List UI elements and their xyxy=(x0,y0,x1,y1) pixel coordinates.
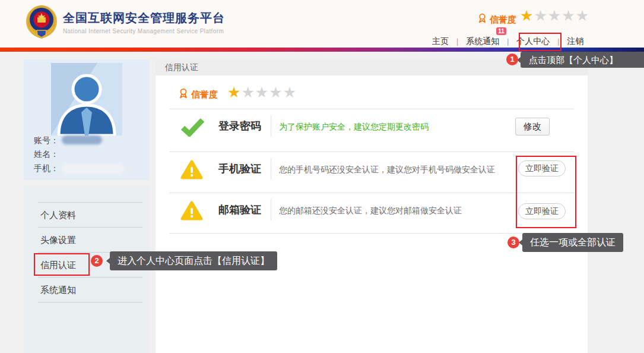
row-description: 您的邮箱还没安全认证，建议您对邮箱做安全认证 xyxy=(279,206,462,216)
star-empty: ★ xyxy=(269,84,283,100)
nav-separator: | xyxy=(557,37,559,46)
divider xyxy=(271,199,271,220)
reputation-stars-main: ★★★★★ xyxy=(227,85,297,100)
reputation-row: 信誉度 ★★★★★ xyxy=(169,83,574,109)
brand: 全国互联网安全管理服务平台 National Internet Security… xyxy=(63,10,225,34)
phone-label: 手机： xyxy=(34,163,59,174)
step-3-marker: 3 xyxy=(507,237,519,248)
row-email-verify: 邮箱验证 您的邮箱还没安全认证，建议您对邮箱做安全认证 立即验证 xyxy=(169,193,574,234)
row-title: 手机验证 xyxy=(218,162,261,176)
star-empty: ★ xyxy=(561,7,575,24)
reputation-label: 信誉度 xyxy=(490,14,516,26)
check-icon xyxy=(180,118,205,139)
row-login-password: 登录密码 为了保护账户安全，建议您定期更改密码 修改 xyxy=(169,109,574,152)
verify-phone-button[interactable]: 立即验证 xyxy=(518,160,566,176)
user-avatar xyxy=(51,63,122,135)
row-description: 为了保护账户安全，建议您定期更改密码 xyxy=(279,122,429,133)
nav-personal-center[interactable]: 个人中心 xyxy=(516,36,550,47)
brand-title: 全国互联网安全管理服务平台 xyxy=(63,10,225,26)
star-filled: ★ xyxy=(227,84,241,100)
reputation-label: 信誉度 xyxy=(191,89,218,100)
divider xyxy=(271,158,271,179)
credit-auth-panel: 信用认证 信誉度 ★★★★★ 登录密码 为了 xyxy=(156,59,588,353)
star-empty: ★ xyxy=(534,7,547,24)
nav-home[interactable]: 主页 xyxy=(432,36,449,47)
header-reputation: 信誉度 xyxy=(477,13,516,26)
phone-value-redacted xyxy=(62,164,125,174)
star-filled: ★ xyxy=(520,7,534,24)
sidebar-profile-panel: 账号： 姓名： 手机： xyxy=(24,59,150,180)
step-1-tooltip: 点击顶部【个人中心】 xyxy=(521,52,644,68)
row-title: 登录密码 xyxy=(218,119,261,133)
step-2-marker: 2 xyxy=(91,255,103,267)
step-1-marker: 1 xyxy=(506,53,518,65)
account-label: 账号： xyxy=(34,135,59,146)
step-3-tooltip: 任选一项或全部认证 xyxy=(522,233,623,252)
row-phone-verify: 手机验证 您的手机号码还没安全认证，建议您对手机号码做安全认证 立即验证 xyxy=(169,152,574,193)
reputation-stars-header: ★★★★★ xyxy=(520,8,589,23)
divider xyxy=(271,115,271,137)
warning-icon xyxy=(180,201,203,223)
step-2-tooltip: 进入个人中心页面点击【信用认证】 xyxy=(110,251,277,270)
star-empty: ★ xyxy=(241,84,255,100)
nav-separator: | xyxy=(456,37,458,46)
row-title: 邮箱验证 xyxy=(218,203,261,217)
star-empty: ★ xyxy=(576,7,589,24)
name-label: 姓名： xyxy=(34,149,59,160)
screen: 全国互联网安全管理服务平台 National Internet Security… xyxy=(0,0,644,353)
verify-email-button[interactable]: 立即验证 xyxy=(518,203,566,219)
brand-subtitle: National Internet Security Management Se… xyxy=(63,28,225,34)
star-empty: ★ xyxy=(255,84,269,100)
star-empty: ★ xyxy=(283,84,297,100)
app-header: 全国互联网安全管理服务平台 National Internet Security… xyxy=(0,0,644,48)
notification-count-badge: 11 xyxy=(496,27,506,35)
medal-icon xyxy=(178,88,189,102)
nav-separator: | xyxy=(507,37,509,46)
warning-icon xyxy=(180,160,203,182)
header-gradient-bar xyxy=(0,48,644,52)
nav-logout[interactable]: 注销 xyxy=(567,36,583,47)
star-empty: ★ xyxy=(548,7,561,24)
modify-password-button[interactable]: 修改 xyxy=(515,118,550,135)
sidebar-item-system-notice[interactable]: 系统通知 xyxy=(38,278,142,302)
row-description: 您的手机号码还没安全认证，建议您对手机号码做安全认证 xyxy=(279,165,495,175)
top-nav: 主页 | 系统通知 | 个人中心 | 注销 xyxy=(432,36,583,47)
nav-system-notice[interactable]: 系统通知 xyxy=(466,36,499,47)
medal-icon xyxy=(477,13,487,26)
sidebar-item-profile[interactable]: 个人资料 xyxy=(38,203,142,228)
account-value-redacted xyxy=(62,135,102,144)
police-badge-logo[interactable] xyxy=(25,4,58,40)
sidebar-item-avatar-settings[interactable]: 头像设置 xyxy=(38,228,142,253)
